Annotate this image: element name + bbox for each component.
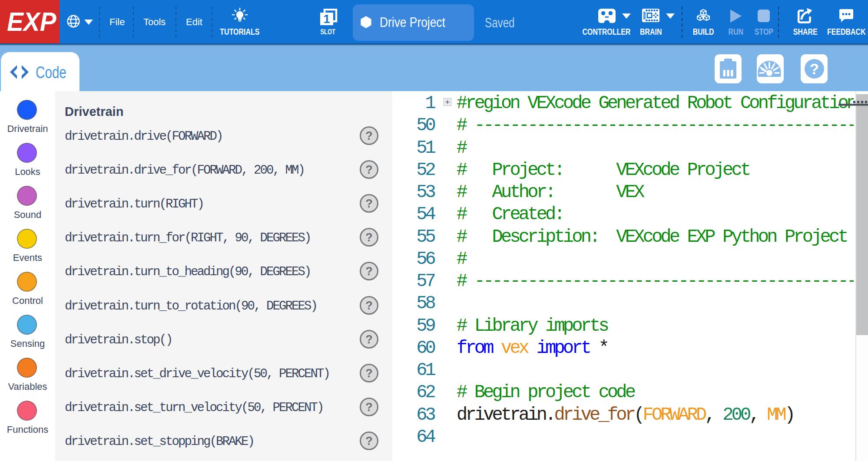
svg-text:1: 1 bbox=[323, 13, 330, 26]
